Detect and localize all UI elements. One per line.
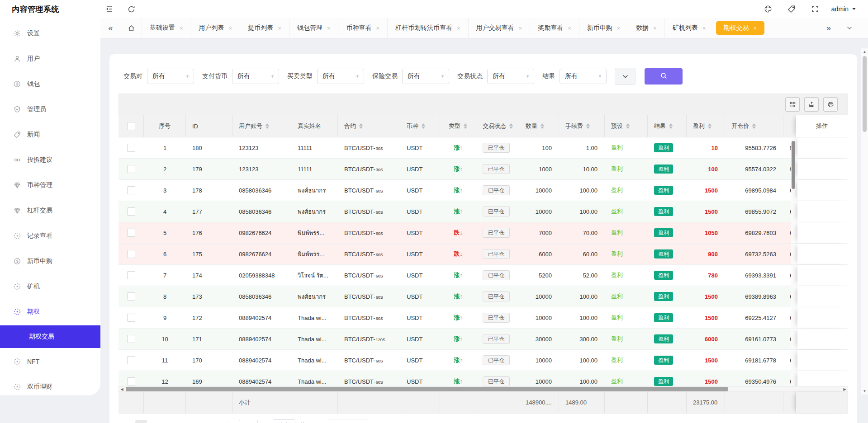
column-header-类型[interactable]: 类型: [440, 115, 476, 137]
sort-icon[interactable]: [752, 123, 756, 129]
tab-close-icon[interactable]: ×: [229, 25, 232, 32]
sidebar-item-期权[interactable]: 期权: [0, 299, 100, 324]
filter-select-买卖类型[interactable]: 所有▼: [317, 69, 364, 84]
tabs-menu-icon[interactable]: [839, 18, 860, 38]
sidebar-item-杠杆交易[interactable]: 杠杆交易: [0, 198, 100, 223]
column-header-盈利[interactable]: 盈利: [687, 115, 725, 137]
page-size-select[interactable]: 20 条/页: [329, 419, 367, 423]
tab-close-icon[interactable]: ×: [278, 25, 281, 32]
sidebar-item-币种管理[interactable]: 币种管理: [0, 173, 100, 198]
columns-icon[interactable]: [785, 97, 800, 112]
row-checkbox[interactable]: [127, 292, 135, 301]
row-checkbox[interactable]: [127, 229, 135, 237]
column-header-合约[interactable]: 合约: [338, 115, 400, 137]
refresh-icon[interactable]: [124, 2, 138, 16]
tab-用户列表[interactable]: 用户列表×: [191, 18, 241, 38]
goto-confirm-button[interactable]: 确定: [273, 419, 295, 423]
user-menu[interactable]: admin: [831, 5, 856, 13]
sort-icon[interactable]: [422, 123, 425, 129]
tab-close-icon[interactable]: ×: [568, 25, 571, 32]
tabs-scroll-right-icon[interactable]: »: [818, 18, 839, 38]
sort-icon[interactable]: [626, 123, 630, 129]
filter-select-交易状态[interactable]: 所有▼: [487, 69, 534, 84]
column-header-预设[interactable]: 预设: [605, 115, 648, 137]
row-checkbox[interactable]: [127, 144, 135, 152]
row-checkbox[interactable]: [127, 250, 135, 258]
theme-palette-icon[interactable]: [761, 2, 775, 16]
tag-icon[interactable]: [784, 2, 799, 16]
sidebar-item-设置[interactable]: 设置: [0, 21, 100, 46]
search-button[interactable]: [645, 68, 683, 85]
tab-close-icon[interactable]: ×: [653, 25, 657, 32]
scroll-left-arrow-icon[interactable]: ◀: [119, 387, 125, 391]
tab-用户交易查看[interactable]: 用户交易查看×: [469, 18, 531, 38]
filter-select-交易对[interactable]: 所有▼: [147, 69, 194, 84]
tabs-scroll-left-icon[interactable]: «: [100, 18, 121, 38]
sidebar-submenu-期权交易[interactable]: 期权交易: [0, 325, 100, 348]
sidebar-item-双币理财[interactable]: 双币理财: [0, 374, 100, 400]
tab-数据[interactable]: 数据×: [628, 18, 665, 38]
column-header-用户账号[interactable]: 用户账号: [232, 115, 291, 137]
row-checkbox[interactable]: [127, 356, 135, 364]
tab-基础设置[interactable]: 基础设置×: [142, 18, 191, 38]
fullscreen-icon[interactable]: [808, 2, 822, 16]
sidebar-item-新闻[interactable]: 新闻: [0, 122, 100, 147]
tab-奖励查看[interactable]: 奖励查看×: [530, 18, 579, 38]
sidebar-item-新币申购[interactable]: $新币申购: [0, 249, 100, 274]
filter-select-结果[interactable]: 所有▼: [560, 69, 607, 84]
page-button-3[interactable]: 3: [168, 420, 180, 423]
sort-icon[interactable]: [708, 123, 711, 129]
sidebar-item-矿机[interactable]: 矿机: [0, 274, 100, 299]
sidebar-item-投拆建议[interactable]: 投拆建议: [0, 147, 100, 173]
tab-期权交易[interactable]: 期权交易×: [716, 21, 765, 35]
tab-提币列表[interactable]: 提币列表×: [240, 18, 289, 38]
sort-icon[interactable]: [266, 123, 269, 129]
sort-icon[interactable]: [541, 123, 544, 129]
page-scrollbar-thumb[interactable]: [863, 56, 867, 132]
table-vertical-scrollbar[interactable]: [792, 141, 795, 189]
export-icon[interactable]: [804, 97, 819, 112]
tab-杠杆币划转法币查看[interactable]: 杠杆币划转法币查看×: [388, 18, 469, 38]
print-icon[interactable]: [823, 97, 838, 112]
goto-page-input[interactable]: [239, 420, 258, 423]
sort-icon[interactable]: [669, 123, 673, 129]
home-tab-icon[interactable]: [121, 18, 142, 38]
row-checkbox[interactable]: [127, 377, 135, 385]
tab-close-icon[interactable]: ×: [327, 25, 331, 32]
row-checkbox[interactable]: [127, 165, 135, 173]
column-header-交易状态[interactable]: 交易状态: [476, 115, 519, 137]
column-header-结果[interactable]: 结果: [648, 115, 687, 137]
column-header-数量[interactable]: 数量: [519, 115, 559, 137]
sidebar-item-记录查看[interactable]: 记录查看: [0, 223, 100, 249]
row-checkbox[interactable]: [127, 271, 135, 279]
row-checkbox[interactable]: [127, 314, 135, 322]
filter-select-保险交易[interactable]: 所有▼: [402, 69, 449, 84]
tab-新币申购[interactable]: 新币申购×: [579, 18, 629, 38]
page-button-1[interactable]: 1: [135, 420, 147, 423]
sort-icon[interactable]: [509, 123, 513, 129]
tab-close-icon[interactable]: ×: [617, 25, 621, 32]
column-header-开仓价[interactable]: 开仓价: [725, 115, 783, 137]
tab-close-icon[interactable]: ×: [754, 25, 757, 32]
sort-icon[interactable]: [359, 123, 363, 129]
hscroll-thumb[interactable]: [126, 387, 728, 391]
tab-close-icon[interactable]: ×: [376, 25, 379, 32]
sort-icon[interactable]: [464, 123, 467, 129]
filter-select-支付货币[interactable]: 所有▼: [232, 69, 279, 84]
scroll-up-arrow-icon[interactable]: ▲: [861, 48, 868, 55]
tab-close-icon[interactable]: ×: [702, 25, 706, 32]
sidebar-item-NFT[interactable]: NFT: [0, 349, 100, 374]
sidebar-item-钱包[interactable]: $钱包: [0, 71, 100, 97]
tab-close-icon[interactable]: ×: [519, 25, 522, 32]
page-scrollbar[interactable]: ▲ ▼: [861, 48, 868, 395]
tab-close-icon[interactable]: ×: [457, 25, 460, 32]
row-checkbox[interactable]: [127, 335, 135, 343]
tab-币种查看[interactable]: 币种查看×: [338, 18, 388, 38]
row-checkbox[interactable]: [127, 186, 135, 194]
column-header-手续费[interactable]: 手续费: [559, 115, 605, 137]
scroll-right-arrow-icon[interactable]: ▶: [842, 387, 848, 391]
sidebar-item-用户[interactable]: 用户: [0, 46, 100, 71]
page-button-2[interactable]: 2: [152, 420, 163, 423]
sidebar-item-管理员[interactable]: 管理员: [0, 97, 100, 122]
filter-expand-button[interactable]: [615, 68, 636, 85]
